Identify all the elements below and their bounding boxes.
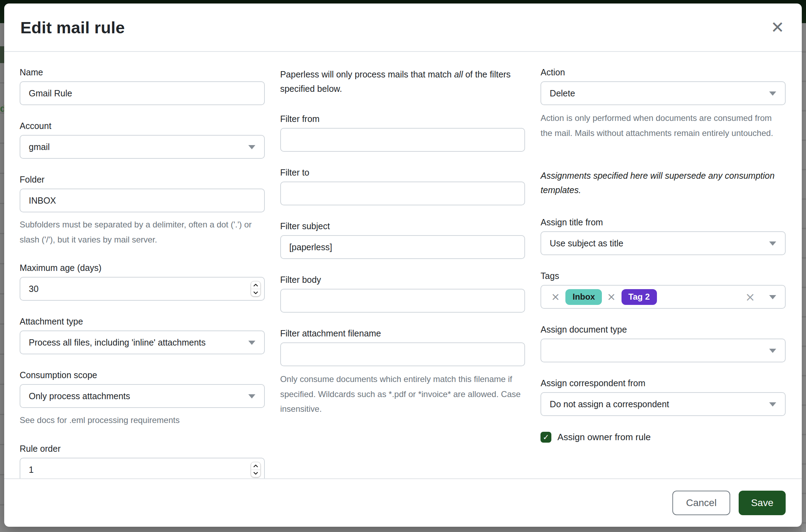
field-assign-correspondent-from: Assign correspondent from Do not assign … <box>540 378 786 416</box>
tag-pill[interactable]: Tag 2 <box>622 289 657 305</box>
filter-body-label: Filter body <box>280 275 525 285</box>
dialog-header: Edit mail rule ✕ <box>4 4 802 52</box>
column-general: Name Account gmail Folder Subfolders mus… <box>20 67 265 478</box>
rule-order-label: Rule order <box>20 444 265 454</box>
assign-correspondent-from-select[interactable]: Do not assign a correspondent <box>540 392 786 416</box>
filters-note: Paperless will only process mails that m… <box>280 67 525 96</box>
field-folder: Folder Subfolders must be separated by a… <box>20 175 265 247</box>
filter-to-input[interactable] <box>280 182 525 205</box>
tags-label: Tags <box>540 271 786 281</box>
filter-attachment-filename-input[interactable] <box>280 342 525 366</box>
assign-correspondent-from-selected-value: Do not assign a correspondent <box>550 399 669 409</box>
number-stepper[interactable] <box>251 462 261 477</box>
consumption-scope-select[interactable]: Only process attachments <box>20 384 265 408</box>
filter-to-label: Filter to <box>280 168 525 178</box>
field-action: Action Delete Action is only performed w… <box>540 67 786 141</box>
field-filter-attachment-filename: Filter attachment filename Only consume … <box>280 328 525 417</box>
field-filter-from: Filter from <box>280 114 525 152</box>
assign-document-type-label: Assign document type <box>540 325 786 335</box>
remove-tag-icon[interactable]: × <box>551 292 560 302</box>
field-consumption-scope: Consumption scope Only process attachmen… <box>20 370 265 428</box>
stepper-up-icon[interactable] <box>251 462 260 470</box>
assign-owner-label: Assign owner from rule <box>557 432 651 443</box>
close-icon[interactable]: ✕ <box>769 18 786 37</box>
maximum-age-input[interactable] <box>20 277 265 301</box>
field-filter-body: Filter body <box>280 275 525 313</box>
folder-input[interactable] <box>20 189 265 212</box>
chevron-down-icon <box>769 91 776 96</box>
save-button[interactable]: Save <box>739 491 786 515</box>
stepper-down-icon[interactable] <box>251 289 260 296</box>
dialog-body: Name Account gmail Folder Subfolders mus… <box>4 52 802 478</box>
chevron-down-icon[interactable] <box>769 295 776 299</box>
attachment-type-label: Attachment type <box>20 316 265 327</box>
filter-subject-input[interactable] <box>280 235 525 259</box>
maximum-age-label: Maximum age (days) <box>20 263 265 273</box>
assign-title-from-selected-value: Use subject as title <box>550 238 623 248</box>
folder-help-text: Subfolders must be separated by a delimi… <box>20 217 265 247</box>
tag-pill[interactable]: Inbox <box>565 289 602 305</box>
filter-attachment-filename-label: Filter attachment filename <box>280 328 525 339</box>
account-selected-value: gmail <box>29 142 50 152</box>
account-select[interactable]: gmail <box>20 135 265 159</box>
field-name: Name <box>20 67 265 105</box>
tags-multiselect[interactable]: × Inbox × Tag 2 × <box>540 285 786 309</box>
chevron-down-icon <box>248 145 255 149</box>
consumption-scope-selected-value: Only process attachments <box>29 391 130 401</box>
action-label: Action <box>540 67 786 77</box>
attachment-type-select[interactable]: Process all files, including 'inline' at… <box>20 330 265 354</box>
field-filter-to: Filter to <box>280 168 525 205</box>
assign-owner-checkbox[interactable]: ✓ <box>540 432 551 443</box>
field-assign-owner: ✓ Assign owner from rule <box>540 432 786 443</box>
account-label: Account <box>20 121 265 131</box>
action-help-text: Action is only performed when documents … <box>540 111 786 141</box>
filter-body-input[interactable] <box>280 289 525 313</box>
field-attachment-type: Attachment type Process all files, inclu… <box>20 316 265 354</box>
name-input[interactable] <box>20 81 265 105</box>
column-action-assignments: Action Delete Action is only performed w… <box>540 67 786 478</box>
chevron-down-icon <box>248 341 255 345</box>
number-stepper[interactable] <box>251 281 261 296</box>
tags-field-controls: × <box>745 286 785 308</box>
name-label: Name <box>20 67 265 77</box>
field-filter-subject: Filter subject <box>280 221 525 259</box>
field-account: Account gmail <box>20 121 265 159</box>
chevron-down-icon <box>769 349 776 353</box>
assign-title-from-label: Assign title from <box>540 217 786 227</box>
remove-tag-icon[interactable]: × <box>607 292 616 302</box>
dialog-title: Edit mail rule <box>20 18 125 37</box>
chevron-down-icon <box>769 241 776 246</box>
action-select[interactable]: Delete <box>540 81 786 105</box>
chevron-down-icon <box>248 394 255 398</box>
dialog-footer: Cancel Save <box>4 478 802 527</box>
stepper-down-icon[interactable] <box>251 470 260 477</box>
rule-order-input[interactable] <box>20 458 265 478</box>
attachment-type-selected-value: Process all files, including 'inline' at… <box>29 337 206 348</box>
assignments-note: Assignments specified here will supersed… <box>540 169 786 197</box>
filter-subject-label: Filter subject <box>280 221 525 231</box>
page-scrollbar[interactable] <box>801 23 806 532</box>
chevron-down-icon <box>769 402 776 407</box>
field-assign-document-type: Assign document type <box>540 325 786 362</box>
assign-document-type-select[interactable] <box>540 339 786 362</box>
folder-label: Folder <box>20 175 265 185</box>
consumption-scope-label: Consumption scope <box>20 370 265 380</box>
field-assign-title-from: Assign title from Use subject as title <box>540 217 786 255</box>
field-maximum-age: Maximum age (days) <box>20 263 265 301</box>
assign-correspondent-from-label: Assign correspondent from <box>540 378 786 388</box>
clear-tags-icon[interactable]: × <box>745 291 755 303</box>
stepper-up-icon[interactable] <box>251 281 260 289</box>
column-filters: Paperless will only process mails that m… <box>280 67 525 478</box>
assign-title-from-select[interactable]: Use subject as title <box>540 231 786 255</box>
field-rule-order: Rule order <box>20 444 265 478</box>
cancel-button[interactable]: Cancel <box>672 491 730 515</box>
filter-from-label: Filter from <box>280 114 525 124</box>
filters-note-emphasis: all <box>454 69 463 79</box>
field-tags: Tags × Inbox × Tag 2 × <box>540 271 786 309</box>
filter-from-input[interactable] <box>280 128 525 152</box>
edit-mail-rule-dialog: Edit mail rule ✕ Name Account gmail Fold… <box>4 4 802 527</box>
action-selected-value: Delete <box>550 88 575 98</box>
consumption-scope-help-text: See docs for .eml processing requirement… <box>20 413 265 428</box>
filter-attachment-filename-help-text: Only consume documents which entirely ma… <box>280 372 525 417</box>
